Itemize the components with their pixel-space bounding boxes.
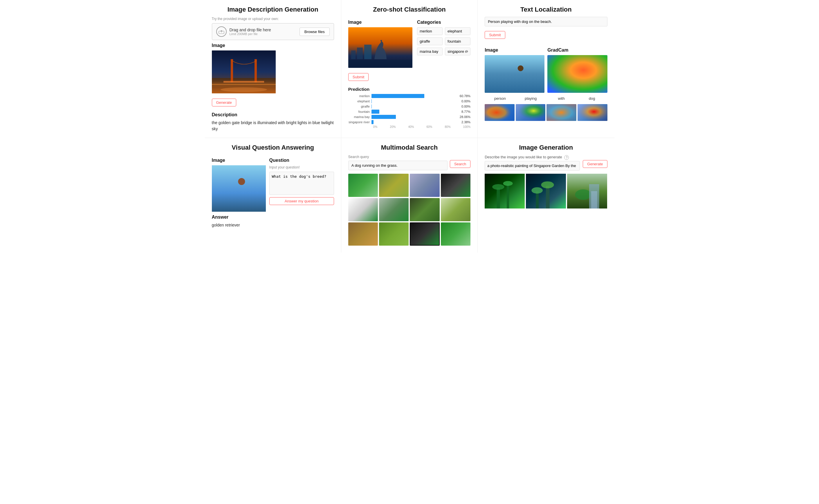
bar-container-marinabay [372, 115, 459, 119]
upload-main-text: Drag and drop file here [230, 28, 300, 32]
word-person: person [485, 95, 515, 102]
thumb-with [546, 104, 576, 121]
bar-fill-fountain [372, 110, 379, 114]
description-label: Description [212, 112, 334, 117]
text-localization-panel: Text Localization Submit Image GradCam [478, 0, 614, 138]
category-4-input[interactable] [445, 37, 470, 45]
vqa-dog-image [212, 165, 266, 212]
svg-point-13 [518, 66, 523, 71]
word-dog: dog [577, 95, 607, 102]
generate-button[interactable]: Generate [212, 99, 236, 106]
upload-sub-text: Limit 200MB per file [230, 32, 300, 36]
vqa-answer-label: Answer [212, 215, 334, 220]
svg-rect-16 [546, 104, 576, 121]
golden-gate-image [212, 50, 276, 93]
search-input[interactable] [348, 161, 447, 170]
prediction-label: Prediction [348, 87, 470, 92]
gen-prompt-input[interactable] [485, 161, 580, 171]
vqa-layout: Image [212, 155, 334, 212]
thumb-dog [577, 104, 607, 121]
gen-input-area: Describe the image you would like to gen… [485, 155, 580, 171]
vqa-question-input[interactable]: What is the dog's breed? [269, 172, 334, 195]
category-5-input[interactable] [417, 48, 443, 55]
bridge-visual [212, 50, 276, 93]
zero-shot-title: Zero-shot Classification [348, 6, 470, 13]
bar-row-merlion: merlion 60.78% [348, 94, 470, 98]
bar-row-sgriver: singapore river 2.38% [348, 120, 470, 124]
svg-rect-17 [577, 104, 607, 121]
categories-grid [417, 27, 470, 55]
multimodal-search-panel: Multimodal Search Search query Search [341, 138, 478, 253]
zs-image-label: Image [348, 20, 412, 25]
svg-rect-33 [591, 191, 597, 209]
zero-shot-panel: Zero-shot Classification Image [341, 0, 478, 138]
search-result-4 [441, 174, 470, 197]
localization-submit-button[interactable]: Submit [485, 31, 505, 39]
svg-rect-18 [212, 165, 266, 212]
vqa-input-hint: Input your question! [269, 165, 334, 169]
search-result-11 [410, 222, 439, 246]
vqa-image-col: Image [212, 155, 266, 212]
svg-point-29 [541, 181, 554, 188]
description-text: the golden gate bridge is illuminated wi… [212, 120, 334, 132]
svg-point-31 [575, 189, 591, 200]
vqa-title: Visual Question Answering [212, 144, 334, 151]
browse-files-button[interactable]: Browse files [300, 28, 330, 36]
gen-help-icon[interactable]: ? [564, 155, 569, 160]
bar-container-sgriver [372, 120, 460, 124]
gen-input-row: Describe the image you would like to gen… [485, 155, 607, 171]
image-generation-panel: Image Generation Describe the image you … [478, 138, 614, 253]
vqa-panel: Visual Question Answering Image [205, 138, 341, 253]
search-query-label: Search query [348, 155, 470, 159]
chart-axis: 0%20%40%60%80%100% [348, 125, 470, 128]
localization-query-input[interactable] [485, 17, 607, 26]
search-result-7 [410, 198, 439, 221]
bar-container-elephant [372, 99, 460, 103]
word-thumbnails [485, 104, 607, 121]
svg-rect-4 [255, 59, 257, 82]
category-2-input[interactable] [445, 27, 470, 35]
svg-point-27 [532, 187, 543, 194]
svg-rect-21 [497, 188, 500, 209]
tl-original-image [485, 55, 544, 93]
bar-fill-marinabay [372, 115, 396, 119]
gen-input-label: Describe the image you would like to gen… [485, 155, 580, 160]
bar-label-fountain: fountain [348, 110, 372, 113]
upload-area[interactable]: Drag and drop file here Limit 200MB per … [212, 23, 334, 40]
gradcam-heat-visual [547, 55, 607, 93]
merlion-scene [348, 27, 412, 68]
prediction-chart: merlion 60.78% elephant 0.00% giraffe 0.… [348, 94, 470, 124]
vqa-answer-button[interactable]: Answer my question [269, 197, 334, 205]
bar-pct-sgriver: 2.38% [461, 120, 470, 124]
bar-label-merlion: merlion [348, 94, 372, 98]
category-3-input[interactable] [417, 37, 443, 45]
search-results-row1 [348, 174, 470, 197]
search-result-8 [441, 198, 470, 221]
svg-point-24 [503, 181, 513, 186]
category-1-input[interactable] [417, 27, 443, 35]
svg-rect-12 [485, 55, 544, 93]
svg-point-19 [238, 178, 245, 185]
tl-gradcam-label: GradCam [547, 48, 607, 53]
zs-submit-button[interactable]: Submit [348, 73, 369, 81]
word-grid: person playing with dog [485, 95, 607, 102]
bar-pct-marinabay: 28.06% [460, 115, 470, 119]
multimodal-search-title: Multimodal Search [348, 144, 470, 151]
search-result-6 [379, 198, 409, 221]
bar-pct-giraffe: 0.00% [461, 105, 470, 108]
vqa-question-col: Question Input your question! What is th… [269, 155, 334, 212]
category-6-input[interactable] [445, 48, 470, 55]
svg-rect-28 [546, 186, 549, 209]
bar-container-fountain [372, 110, 460, 114]
svg-rect-11 [364, 45, 372, 59]
image-section-label: Image [212, 43, 334, 48]
upload-icon [216, 26, 227, 37]
zs-categories-label: Categories [417, 20, 470, 25]
search-result-9 [348, 222, 378, 246]
search-button[interactable]: Search [450, 160, 470, 168]
tl-image-label: Image [485, 48, 544, 53]
generated-images-grid [485, 174, 607, 209]
gen-generate-button[interactable]: Generate [583, 160, 607, 168]
thumb-person [485, 104, 514, 121]
bar-pct-merlion: 60.78% [460, 94, 470, 98]
